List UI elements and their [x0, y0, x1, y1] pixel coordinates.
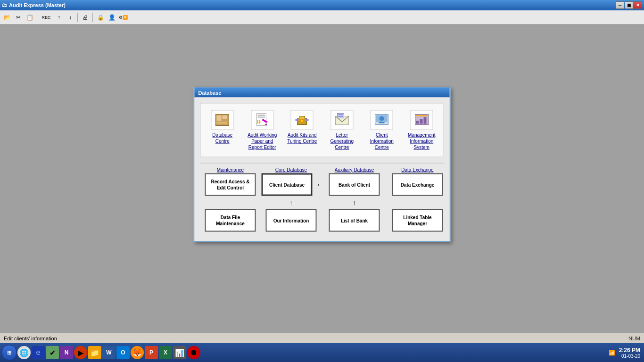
svg-rect-3 [217, 122, 227, 124]
taskbar-onenote[interactable]: N [60, 346, 73, 359]
mgmt-info-icon [410, 110, 433, 130]
aux-db-header[interactable]: Auxiliary Database [324, 167, 385, 173]
data-exchange-box[interactable]: Data Exchange [392, 173, 443, 196]
taskbar-right: 📶 2:26 PM 01-03-20 [609, 347, 642, 359]
database-centre-icon [211, 110, 234, 130]
arrow-up-aux: ↑ [353, 199, 356, 206]
taskbar-word[interactable]: W [102, 346, 116, 359]
maintenance-header[interactable]: Maintenance [202, 167, 259, 173]
toolbar-rec[interactable]: REC [40, 12, 53, 23]
icon-client-info[interactable]: Client Information Centre [362, 107, 402, 153]
toolbar-lock[interactable]: 🔒 [95, 12, 106, 23]
toolbar-sort-asc[interactable]: ↑ [54, 12, 64, 23]
svg-rect-6 [257, 117, 265, 118]
svg-rect-19 [337, 114, 344, 118]
svg-point-25 [380, 116, 384, 121]
taskbar-firefox[interactable]: 🦊 [131, 346, 144, 359]
taskbar-outlook[interactable]: O [116, 346, 130, 359]
toolbar-user[interactable]: 👤 [107, 12, 117, 23]
audit-kits-label: Audit Kits and Tuning Centre [285, 132, 320, 144]
letter-generating-label: Letter Generating Centre [325, 132, 359, 150]
status-right: NUM [628, 336, 640, 341]
taskbar-checkmark[interactable]: ✔ [46, 346, 59, 359]
toolbar-new[interactable]: 📂 [2, 12, 12, 23]
icon-audit-kits[interactable]: Audit Kits and Tuning Centre [282, 107, 322, 153]
svg-rect-1 [217, 115, 222, 121]
toolbar-sort-desc[interactable]: ↓ [65, 12, 75, 23]
our-information-box[interactable]: Our Information [266, 209, 317, 232]
icon-database-centre[interactable]: Database Centre [203, 107, 243, 153]
client-database-box[interactable]: Client Database [262, 173, 313, 196]
toolbar-sep3 [92, 13, 93, 22]
database-dialog: Database Database Centre [194, 87, 451, 242]
svg-rect-13 [299, 116, 305, 119]
toolbar-settings[interactable]: ⚙🔽 [118, 12, 128, 23]
svg-rect-31 [416, 115, 427, 116]
app-title: Audit Express (Master) [9, 2, 66, 8]
list-of-bank-box[interactable]: List of Bank [329, 209, 380, 232]
record-access-box[interactable]: Record Access & Edit Control [205, 173, 256, 196]
data-file-maintenance-box[interactable]: Data File Maintenance [205, 209, 256, 232]
title-bar-controls: ─ ▣ ✕ [616, 1, 642, 9]
letter-generating-icon [330, 110, 353, 130]
svg-rect-2 [223, 115, 227, 119]
status-bar: Edit clients' information NUM [0, 333, 644, 343]
toolbar-copy[interactable]: 📋 [25, 12, 35, 23]
svg-rect-29 [420, 119, 422, 124]
taskbar-explorer[interactable]: 📁 [88, 346, 101, 359]
taskbar-ie[interactable]: e [32, 346, 45, 359]
mgmt-info-label: Management Information System [405, 132, 439, 150]
toolbar-print[interactable]: 🖨 [80, 12, 91, 23]
main-area: Database Database Centre [0, 25, 644, 333]
taskbar-excel[interactable]: X [159, 346, 172, 359]
restore-button[interactable]: ▣ [625, 1, 633, 9]
bank-of-client-box[interactable]: Bank of Client [329, 173, 380, 196]
taskbar-record[interactable]: ⏺ [187, 346, 200, 359]
app-icon: 🗂 [2, 2, 7, 8]
svg-point-15 [301, 120, 303, 122]
svg-rect-20 [338, 115, 343, 115]
title-bar: 🗂 Audit Express (Master) ─ ▣ ✕ [0, 0, 644, 10]
status-left: Edit clients' information [4, 336, 57, 341]
start-button[interactable]: ⊞ [2, 345, 17, 360]
audit-kits-icon [291, 110, 314, 130]
minimize-button[interactable]: ─ [616, 1, 624, 9]
dialog-title: Database [195, 88, 450, 98]
linked-table-box[interactable]: Linked Table Manager [392, 209, 443, 232]
core-db-header[interactable]: Core Database [261, 167, 322, 173]
audit-working-label: Audit Working Paper and Report Editor [245, 132, 280, 150]
svg-rect-28 [416, 121, 419, 124]
svg-rect-26 [379, 122, 385, 123]
dialog-divider [200, 163, 444, 164]
icon-audit-working[interactable]: Audit Working Paper and Report Editor [242, 107, 282, 153]
arrow-up-core: ↑ [289, 199, 293, 206]
clock-date: 01-03-20 [619, 354, 640, 359]
client-info-icon [371, 110, 393, 130]
svg-rect-21 [338, 116, 343, 117]
icon-mgmt-info[interactable]: Management Information System [402, 107, 442, 153]
toolbar-sep1 [37, 13, 38, 22]
taskbar: ⊞ 🌐 e ✔ N ▶ 📁 W O 🦊 P X 📊 ⏺ 📶 2:26 PM 01… [0, 343, 644, 362]
data-exchange-header[interactable]: Data Exchange [387, 167, 448, 173]
windows-logo: ⊞ [7, 350, 11, 356]
close-button[interactable]: ✕ [634, 1, 642, 9]
svg-rect-5 [257, 115, 265, 116]
taskbar-powerpoint[interactable]: P [145, 346, 158, 359]
taskbar-chrome[interactable]: 🌐 [17, 346, 31, 359]
database-centre-label: Database Centre [206, 132, 240, 144]
taskbar-network-icon: 📶 [609, 350, 615, 356]
taskbar-chart[interactable]: 📊 [173, 346, 186, 359]
arrow-right-1: → [314, 181, 321, 189]
toolbar-sep2 [77, 13, 78, 22]
icon-row: Database Centre [200, 103, 444, 157]
col-header-row: Maintenance Core Database Auxiliary Data… [200, 167, 444, 173]
svg-rect-16 [296, 119, 298, 121]
svg-rect-17 [306, 119, 309, 121]
dialog-content: Database Centre [195, 98, 450, 241]
toolbar-cut[interactable]: ✂ [13, 12, 24, 23]
icon-letter-generating[interactable]: Letter Generating Centre [322, 107, 362, 153]
title-bar-left: 🗂 Audit Express (Master) [2, 2, 66, 8]
audit-working-icon [251, 110, 273, 130]
clock-time: 2:26 PM [619, 347, 640, 354]
taskbar-media[interactable]: ▶ [74, 346, 87, 359]
